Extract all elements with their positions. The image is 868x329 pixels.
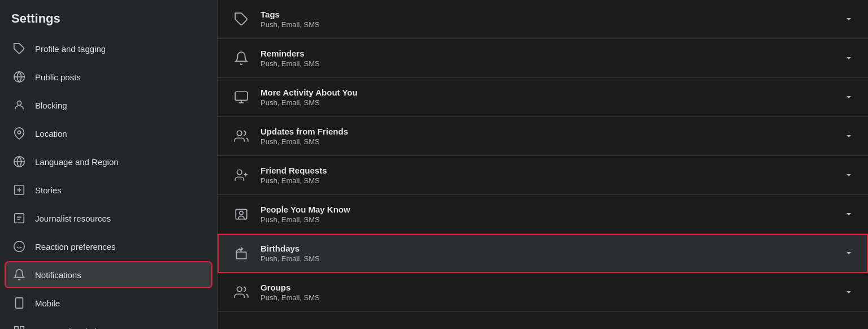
sidebar-item-label: Mobile xyxy=(35,298,60,308)
groups-notification-icon xyxy=(231,282,251,302)
svg-rect-14 xyxy=(16,298,23,308)
notification-sub: Push, Email, SMS xyxy=(261,215,834,224)
sidebar-item-label: Location xyxy=(35,129,67,138)
bell-icon xyxy=(11,267,27,283)
notification-title: Reminders xyxy=(261,49,834,58)
notification-sub: Push, Email, SMS xyxy=(261,98,834,107)
notification-text-friend-requests: Friend Requests Push, Email, SMS xyxy=(261,166,834,185)
notification-sub: Push, Email, SMS xyxy=(261,137,834,146)
notification-item-more-activity[interactable]: More Activity About You Push, Email, SMS xyxy=(218,78,868,117)
sidebar-item-location[interactable]: Location xyxy=(5,120,212,147)
chevron-down-icon xyxy=(843,248,854,259)
svg-point-24 xyxy=(237,131,242,136)
sidebar-item-label: Journalist resources xyxy=(35,214,111,223)
notification-title: Groups xyxy=(261,283,834,292)
notification-title: Birthdays xyxy=(261,244,834,253)
sidebar-item-label: Blocking xyxy=(35,101,67,110)
sidebar-item-label: Profile and tagging xyxy=(35,44,106,54)
sidebar-item-mobile[interactable]: Mobile xyxy=(5,289,212,317)
notification-text-groups: Groups Push, Email, SMS xyxy=(261,283,834,302)
notification-title: Updates from Friends xyxy=(261,127,834,136)
svg-rect-16 xyxy=(15,327,18,329)
notification-sub: Push, Email, SMS xyxy=(261,59,834,68)
chevron-down-icon xyxy=(843,170,854,181)
mobile-icon xyxy=(11,295,27,311)
notification-text-birthdays: Birthdays Push, Email, SMS xyxy=(261,244,834,263)
chevron-down-icon xyxy=(843,209,854,220)
sidebar-item-label: Notifications xyxy=(35,270,81,280)
reaction-icon xyxy=(11,239,27,254)
notification-item-groups[interactable]: Groups Push, Email, SMS xyxy=(218,273,868,312)
sidebar-item-label: Apps and Websites xyxy=(35,327,108,330)
main-content: Tags Push, Email, SMS Reminders Push, Em… xyxy=(218,0,868,329)
notification-sub: Push, Email, SMS xyxy=(261,254,834,263)
chevron-down-icon xyxy=(843,92,854,103)
chevron-down-icon xyxy=(843,14,854,25)
sidebar-item-reaction-preferences[interactable]: Reaction preferences xyxy=(5,233,212,260)
settings-title: Settings xyxy=(5,7,212,35)
svg-point-25 xyxy=(237,170,242,175)
tag-notification-icon xyxy=(231,9,251,29)
sidebar-item-language-region[interactable]: Language and Region xyxy=(5,148,212,175)
chevron-down-icon xyxy=(843,53,854,64)
tag-icon xyxy=(11,41,27,57)
notification-item-tags[interactable]: Tags Push, Email, SMS xyxy=(218,0,868,39)
notification-text-tags: Tags Push, Email, SMS xyxy=(261,10,834,29)
sidebar-item-public-posts[interactable]: Public posts xyxy=(5,63,212,90)
chevron-down-icon xyxy=(843,131,854,142)
people-notification-icon xyxy=(231,204,251,224)
notification-title: Tags xyxy=(261,10,834,19)
friend-request-notification-icon xyxy=(231,165,251,185)
sidebar-item-label: Language and Region xyxy=(35,157,119,167)
sidebar-item-stories[interactable]: Stories xyxy=(5,176,212,204)
chevron-down-icon xyxy=(843,287,854,298)
svg-point-11 xyxy=(14,241,24,252)
birthday-notification-icon xyxy=(231,243,251,263)
sidebar-item-label: Public posts xyxy=(35,72,81,82)
notification-item-birthdays[interactable]: Birthdays Push, Email, SMS xyxy=(218,234,868,273)
notification-title: People You May Know xyxy=(261,205,834,214)
stories-icon xyxy=(11,182,27,198)
svg-point-4 xyxy=(18,131,21,134)
notification-item-people-know[interactable]: People You May Know Push, Email, SMS xyxy=(218,195,868,234)
notification-text-more-activity: More Activity About You Push, Email, SMS xyxy=(261,88,834,107)
apps-icon xyxy=(11,323,27,329)
svg-rect-17 xyxy=(20,327,24,329)
friends-notification-icon xyxy=(231,126,251,146)
notification-item-updates-friends[interactable]: Updates from Friends Push, Email, SMS xyxy=(218,117,868,156)
svg-rect-10 xyxy=(15,214,24,223)
sidebar-item-profile-tagging[interactable]: Profile and tagging xyxy=(5,35,212,62)
notification-text-people-know: People You May Know Push, Email, SMS xyxy=(261,205,834,224)
sidebar-item-notifications[interactable]: Notifications xyxy=(5,261,212,288)
notification-text-updates-friends: Updates from Friends Push, Email, SMS xyxy=(261,127,834,146)
notification-sub: Push, Email, SMS xyxy=(261,293,834,302)
notification-item-reminders[interactable]: Reminders Push, Email, SMS xyxy=(218,39,868,78)
svg-point-29 xyxy=(240,211,244,215)
sidebar-item-label: Stories xyxy=(35,185,62,195)
svg-point-3 xyxy=(17,101,21,105)
notification-text-reminders: Reminders Push, Email, SMS xyxy=(261,49,834,68)
notification-sub: Push, Email, SMS xyxy=(261,176,834,185)
notification-title: More Activity About You xyxy=(261,88,834,97)
notification-sub: Push, Email, SMS xyxy=(261,20,834,29)
public-icon xyxy=(11,69,27,85)
sidebar-item-blocking[interactable]: Blocking xyxy=(5,92,212,119)
sidebar-item-journalist-resources[interactable]: Journalist resources xyxy=(5,205,212,232)
notification-item-friend-requests[interactable]: Friend Requests Push, Email, SMS xyxy=(218,156,868,195)
activity-notification-icon xyxy=(231,87,251,107)
journalist-icon xyxy=(11,210,27,226)
sidebar-item-label: Reaction preferences xyxy=(35,242,116,252)
notification-title: Friend Requests xyxy=(261,166,834,175)
globe-icon xyxy=(11,154,27,170)
block-icon xyxy=(11,97,27,113)
svg-rect-21 xyxy=(235,92,248,100)
location-icon xyxy=(11,125,27,141)
sidebar: Settings Profile and tagging Public post… xyxy=(0,0,218,329)
bell-notification-icon xyxy=(231,48,251,68)
sidebar-item-apps-websites[interactable]: Apps and Websites xyxy=(5,318,212,329)
svg-point-33 xyxy=(237,287,242,292)
